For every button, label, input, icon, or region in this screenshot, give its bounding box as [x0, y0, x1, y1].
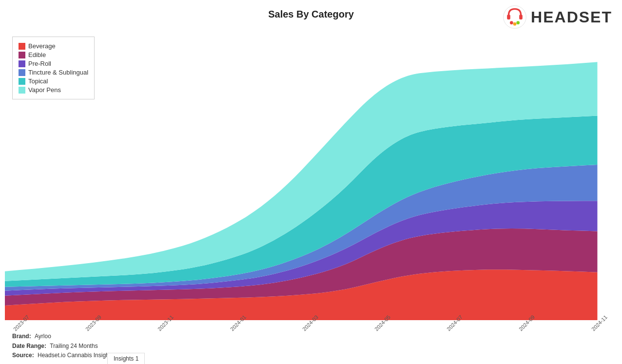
legend-color-beverage: [19, 43, 25, 50]
svg-point-3: [510, 21, 513, 24]
insights-tab[interactable]: Insights 1: [107, 353, 145, 364]
legend-label-preroll: Pre-Roll: [28, 60, 51, 67]
legend-label-tincture: Tincture & Sublingual: [28, 69, 88, 76]
insights-tab-label: Insights 1: [114, 355, 138, 362]
legend-item-vaporpens: Vapor Pens: [19, 86, 88, 94]
stacked-area-chart: [5, 32, 617, 320]
legend-color-vaporpens: [19, 87, 25, 94]
date-range-label: Date Range:: [12, 343, 46, 349]
svg-point-5: [516, 21, 520, 24]
brand-value: Ayrloo: [35, 333, 51, 340]
legend-item-tincture: Tincture & Sublingual: [19, 69, 88, 76]
legend-label-vaporpens: Vapor Pens: [28, 86, 61, 94]
legend-item-preroll: Pre-Roll: [19, 60, 88, 67]
brand-label: Brand:: [12, 333, 31, 340]
chart-legend: Beverage Edible Pre-Roll Tincture & Subl…: [12, 37, 95, 99]
chart-title: Sales By Category: [0, 9, 622, 20]
legend-label-topical: Topical: [28, 77, 48, 85]
legend-color-tincture: [19, 69, 25, 76]
legend-color-edible: [19, 52, 25, 58]
legend-color-topical: [19, 78, 25, 85]
source-label: Source:: [12, 352, 34, 359]
legend-item-beverage: Beverage: [19, 42, 88, 50]
legend-item-topical: Topical: [19, 77, 88, 85]
legend-color-preroll: [19, 60, 25, 67]
svg-point-4: [513, 22, 517, 26]
legend-label-beverage: Beverage: [28, 42, 56, 50]
legend-label-edible: Edible: [28, 51, 46, 58]
legend-item-edible: Edible: [19, 51, 88, 58]
date-range-value: Trailing 24 Months: [50, 343, 97, 349]
source-value: Headset.io Cannabis Insights: [38, 352, 114, 359]
chart-area: [5, 32, 617, 320]
footer-info: Brand: Ayrloo Date Range: Trailing 24 Mo…: [12, 332, 114, 360]
